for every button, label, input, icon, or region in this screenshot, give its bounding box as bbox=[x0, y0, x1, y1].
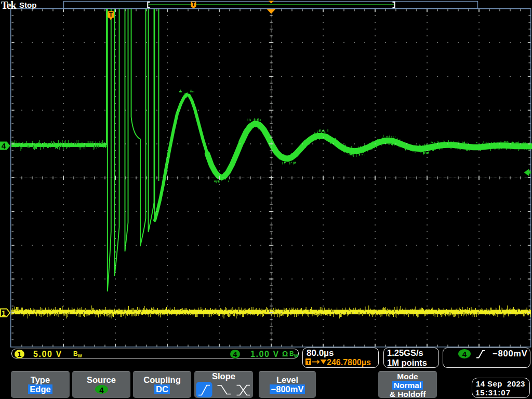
svg-text:T: T bbox=[109, 11, 113, 18]
svg-text:T: T bbox=[192, 1, 195, 7]
svg-text:1: 1 bbox=[2, 309, 6, 317]
svg-text:4: 4 bbox=[2, 141, 6, 150]
